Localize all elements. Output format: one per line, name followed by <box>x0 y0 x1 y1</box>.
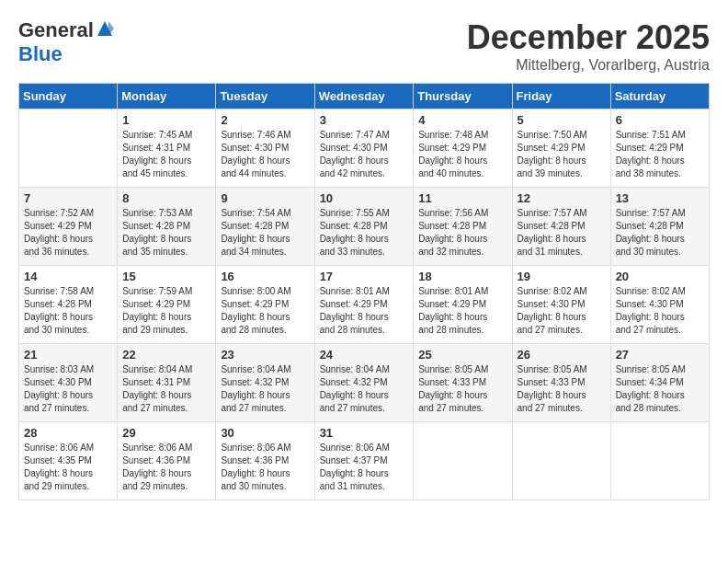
calendar-cell: 30Sunrise: 8:06 AMSunset: 4:36 PMDayligh… <box>216 422 314 500</box>
day-number: 4 <box>418 113 506 127</box>
cell-content: Sunrise: 8:03 AMSunset: 4:30 PMDaylight:… <box>24 363 112 415</box>
cell-content: Sunrise: 7:52 AMSunset: 4:29 PMDaylight:… <box>24 207 112 259</box>
day-number: 3 <box>320 113 409 127</box>
day-number: 14 <box>24 270 112 283</box>
calendar-cell: 21Sunrise: 8:03 AMSunset: 4:30 PMDayligh… <box>19 344 118 422</box>
cell-content: Sunrise: 8:05 AMSunset: 4:33 PMDaylight:… <box>518 363 606 415</box>
day-number: 30 <box>221 426 309 440</box>
logo-blue-text: Blue <box>18 42 63 66</box>
cell-content: Sunrise: 8:06 AMSunset: 4:37 PMDaylight:… <box>320 442 409 493</box>
calendar-cell: 8Sunrise: 7:53 AMSunset: 4:28 PMDaylight… <box>118 188 216 266</box>
day-number: 11 <box>418 191 506 205</box>
day-number: 19 <box>518 270 606 283</box>
cell-content: Sunrise: 8:04 AMSunset: 4:32 PMDaylight:… <box>221 363 309 415</box>
calendar-cell: 15Sunrise: 7:59 AMSunset: 4:29 PMDayligh… <box>118 266 216 344</box>
cell-content: Sunrise: 7:50 AMSunset: 4:29 PMDaylight:… <box>518 129 606 180</box>
calendar-cell <box>512 422 610 500</box>
calendar-cell: 6Sunrise: 7:51 AMSunset: 4:29 PMDaylight… <box>610 109 709 188</box>
calendar-cell: 17Sunrise: 8:01 AMSunset: 4:29 PMDayligh… <box>314 266 414 344</box>
cell-content: Sunrise: 7:59 AMSunset: 4:29 PMDaylight:… <box>122 285 210 337</box>
day-number: 1 <box>122 113 210 127</box>
cell-content: Sunrise: 8:05 AMSunset: 4:34 PMDaylight:… <box>616 363 704 415</box>
calendar-week-row: 28Sunrise: 8:06 AMSunset: 4:35 PMDayligh… <box>19 422 710 500</box>
calendar-cell: 1Sunrise: 7:45 AMSunset: 4:31 PMDaylight… <box>118 109 216 188</box>
cell-content: Sunrise: 7:58 AMSunset: 4:28 PMDaylight:… <box>24 285 112 337</box>
calendar-cell: 13Sunrise: 7:57 AMSunset: 4:28 PMDayligh… <box>610 188 709 266</box>
cell-content: Sunrise: 7:47 AMSunset: 4:30 PMDaylight:… <box>320 129 409 180</box>
calendar-week-row: 14Sunrise: 7:58 AMSunset: 4:28 PMDayligh… <box>19 266 710 344</box>
calendar-cell: 27Sunrise: 8:05 AMSunset: 4:34 PMDayligh… <box>610 344 709 422</box>
calendar-day-header: Friday <box>512 84 610 109</box>
cell-content: Sunrise: 7:45 AMSunset: 4:31 PMDaylight:… <box>122 129 210 180</box>
calendar-cell: 29Sunrise: 8:06 AMSunset: 4:36 PMDayligh… <box>118 422 216 500</box>
cell-content: Sunrise: 8:06 AMSunset: 4:35 PMDaylight:… <box>24 442 112 493</box>
svg-marker-1 <box>108 21 114 36</box>
calendar-day-header: Monday <box>118 84 216 109</box>
day-number: 25 <box>418 348 506 362</box>
calendar-day-header: Saturday <box>610 84 709 109</box>
calendar-cell: 14Sunrise: 7:58 AMSunset: 4:28 PMDayligh… <box>19 266 118 344</box>
cell-content: Sunrise: 7:46 AMSunset: 4:30 PMDaylight:… <box>221 129 309 180</box>
calendar-cell: 10Sunrise: 7:55 AMSunset: 4:28 PMDayligh… <box>314 188 414 266</box>
day-number: 2 <box>221 113 309 127</box>
calendar-week-row: 7Sunrise: 7:52 AMSunset: 4:29 PMDaylight… <box>19 188 710 266</box>
calendar-week-row: 1Sunrise: 7:45 AMSunset: 4:31 PMDaylight… <box>19 109 710 188</box>
calendar-cell: 19Sunrise: 8:02 AMSunset: 4:30 PMDayligh… <box>512 266 610 344</box>
cell-content: Sunrise: 8:06 AMSunset: 4:36 PMDaylight:… <box>122 442 210 493</box>
calendar-day-header: Tuesday <box>216 84 314 109</box>
day-number: 16 <box>221 270 309 283</box>
cell-content: Sunrise: 8:02 AMSunset: 4:30 PMDaylight:… <box>616 285 704 337</box>
cell-content: Sunrise: 7:57 AMSunset: 4:28 PMDaylight:… <box>616 207 704 259</box>
calendar-table: SundayMondayTuesdayWednesdayThursdayFrid… <box>18 83 710 500</box>
calendar-week-row: 21Sunrise: 8:03 AMSunset: 4:30 PMDayligh… <box>19 344 710 422</box>
cell-content: Sunrise: 8:05 AMSunset: 4:33 PMDaylight:… <box>418 363 506 415</box>
calendar-day-header: Wednesday <box>314 84 414 109</box>
day-number: 17 <box>320 270 409 283</box>
day-number: 29 <box>122 426 210 440</box>
day-number: 23 <box>221 348 309 362</box>
calendar-cell: 12Sunrise: 7:57 AMSunset: 4:28 PMDayligh… <box>512 188 610 266</box>
day-number: 6 <box>616 113 704 127</box>
day-number: 8 <box>122 191 210 205</box>
cell-content: Sunrise: 8:01 AMSunset: 4:29 PMDaylight:… <box>320 285 409 337</box>
cell-content: Sunrise: 7:55 AMSunset: 4:28 PMDaylight:… <box>320 207 409 259</box>
calendar-header-row: SundayMondayTuesdayWednesdayThursdayFrid… <box>19 84 710 109</box>
cell-content: Sunrise: 8:00 AMSunset: 4:29 PMDaylight:… <box>221 285 309 337</box>
calendar-cell: 9Sunrise: 7:54 AMSunset: 4:28 PMDaylight… <box>216 188 314 266</box>
calendar-cell: 5Sunrise: 7:50 AMSunset: 4:29 PMDaylight… <box>512 109 610 188</box>
cell-content: Sunrise: 7:57 AMSunset: 4:28 PMDaylight:… <box>518 207 606 259</box>
calendar-cell: 22Sunrise: 8:04 AMSunset: 4:31 PMDayligh… <box>118 344 216 422</box>
calendar-cell: 18Sunrise: 8:01 AMSunset: 4:29 PMDayligh… <box>414 266 512 344</box>
calendar-cell <box>414 422 512 500</box>
day-number: 10 <box>320 191 409 205</box>
day-number: 31 <box>320 426 409 440</box>
day-number: 13 <box>616 191 704 205</box>
day-number: 20 <box>616 270 704 283</box>
cell-content: Sunrise: 7:53 AMSunset: 4:28 PMDaylight:… <box>122 207 210 259</box>
calendar-cell: 26Sunrise: 8:05 AMSunset: 4:33 PMDayligh… <box>512 344 610 422</box>
calendar-cell: 23Sunrise: 8:04 AMSunset: 4:32 PMDayligh… <box>216 344 314 422</box>
day-number: 27 <box>616 348 704 362</box>
calendar-cell: 2Sunrise: 7:46 AMSunset: 4:30 PMDaylight… <box>216 109 314 188</box>
day-number: 9 <box>221 191 309 205</box>
cell-content: Sunrise: 7:51 AMSunset: 4:29 PMDaylight:… <box>616 129 704 180</box>
calendar-cell: 20Sunrise: 8:02 AMSunset: 4:30 PMDayligh… <box>610 266 709 344</box>
calendar-day-header: Thursday <box>414 84 512 109</box>
cell-content: Sunrise: 8:02 AMSunset: 4:30 PMDaylight:… <box>518 285 606 337</box>
cell-content: Sunrise: 8:06 AMSunset: 4:36 PMDaylight:… <box>221 442 309 493</box>
calendar-cell <box>19 109 118 188</box>
calendar-cell: 7Sunrise: 7:52 AMSunset: 4:29 PMDaylight… <box>19 188 118 266</box>
cell-content: Sunrise: 8:04 AMSunset: 4:31 PMDaylight:… <box>122 363 210 415</box>
calendar-cell: 31Sunrise: 8:06 AMSunset: 4:37 PMDayligh… <box>314 422 414 500</box>
calendar-day-header: Sunday <box>19 84 118 109</box>
day-number: 15 <box>122 270 210 283</box>
cell-content: Sunrise: 8:04 AMSunset: 4:32 PMDaylight:… <box>320 363 409 415</box>
logo-general-text: General <box>18 18 94 42</box>
cell-content: Sunrise: 7:56 AMSunset: 4:28 PMDaylight:… <box>418 207 506 259</box>
calendar-cell: 11Sunrise: 7:56 AMSunset: 4:28 PMDayligh… <box>414 188 512 266</box>
day-number: 24 <box>320 348 409 362</box>
day-number: 28 <box>24 426 112 440</box>
cell-content: Sunrise: 7:48 AMSunset: 4:29 PMDaylight:… <box>418 129 506 180</box>
cell-content: Sunrise: 8:01 AMSunset: 4:29 PMDaylight:… <box>418 285 506 337</box>
day-number: 12 <box>518 191 606 205</box>
